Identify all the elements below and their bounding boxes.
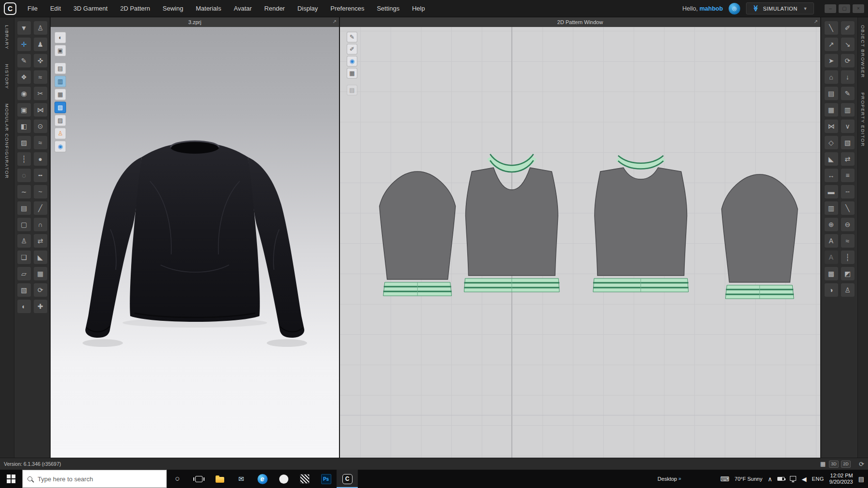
arrow-se-icon[interactable]: ↘ bbox=[841, 38, 854, 51]
show-grain-icon[interactable]: ◉ bbox=[347, 56, 357, 66]
clo-button[interactable]: C bbox=[337, 470, 358, 488]
mode-3d-button[interactable]: 3D bbox=[829, 461, 839, 468]
menu-display[interactable]: Display bbox=[291, 0, 325, 17]
trace-pattern-icon[interactable]: ◣ bbox=[825, 152, 838, 166]
battery-icon[interactable] bbox=[777, 477, 785, 481]
walk-pattern-icon[interactable]: ↔ bbox=[825, 169, 838, 182]
file-explorer-button[interactable] bbox=[209, 470, 231, 488]
piping-tool-icon[interactable]: ∩ bbox=[34, 218, 47, 231]
zoom-out-icon[interactable]: ⊖ bbox=[841, 218, 854, 231]
show-baseline-icon[interactable]: ▤ bbox=[347, 85, 357, 95]
diagonal-guide-icon[interactable]: ╲ bbox=[841, 201, 854, 215]
viewport-3d-canvas[interactable]: ◐▣▤▥▦▧▨♙◉ bbox=[51, 27, 339, 458]
colorway-edit-icon[interactable]: ◑ bbox=[825, 283, 838, 297]
buttonhole-tool-icon[interactable]: ◌ bbox=[17, 169, 31, 182]
menu-3d-garment[interactable]: 3D Garment bbox=[67, 0, 114, 17]
snapshot-tool-icon[interactable]: ◉ bbox=[17, 87, 31, 100]
taskbar-search[interactable] bbox=[22, 470, 167, 488]
text-style-icon[interactable]: A bbox=[825, 251, 838, 264]
arrow-ne-icon[interactable]: ↗ bbox=[825, 38, 838, 51]
mirror-pattern-icon[interactable]: ⇄ bbox=[841, 152, 854, 166]
pin-tool-icon[interactable]: ✜ bbox=[34, 54, 47, 67]
sync-icon[interactable]: ⟳ bbox=[859, 461, 864, 468]
tab-history[interactable]: HISTORY bbox=[4, 64, 10, 89]
rotate-pattern-icon[interactable]: ⟳ bbox=[841, 54, 854, 67]
menu-render[interactable]: Render bbox=[258, 0, 291, 17]
edge-button[interactable]: e bbox=[252, 470, 273, 488]
import-icon[interactable]: ↓ bbox=[841, 70, 854, 84]
show-environment-icon[interactable]: ◉ bbox=[54, 141, 66, 152]
layer-clone-icon[interactable]: ❏ bbox=[17, 251, 31, 264]
drop-arrow-icon[interactable]: ▼ bbox=[17, 21, 31, 35]
smooth-brush-icon[interactable]: ◐ bbox=[17, 300, 31, 313]
export-icon[interactable]: ⌂ bbox=[825, 70, 838, 84]
popout-icon[interactable]: ↗ bbox=[814, 19, 818, 24]
dart-icon[interactable]: ◇ bbox=[825, 136, 838, 149]
show-textile-icon[interactable]: ▧ bbox=[54, 102, 66, 113]
pattern-piece-body-back[interactable] bbox=[593, 156, 689, 292]
tack-tool-icon[interactable]: ⊙ bbox=[34, 119, 47, 133]
weather-widget[interactable]: 70°F Sunny bbox=[734, 476, 762, 482]
column-guide-icon[interactable]: ▥ bbox=[825, 201, 838, 215]
desktop-toolbar[interactable]: Desktop » bbox=[658, 476, 681, 482]
menu-preferences[interactable]: Preferences bbox=[324, 0, 370, 17]
garment-tool-icon[interactable]: ▣ bbox=[17, 103, 31, 117]
menu-avatar[interactable]: Avatar bbox=[228, 0, 258, 17]
touch-keyboard-icon[interactable]: ⌨ bbox=[720, 475, 730, 483]
pattern-piece-sleeve-right[interactable] bbox=[721, 174, 798, 299]
hidden-icons-chevron-icon[interactable]: ∧ bbox=[768, 475, 773, 483]
garment-fitmap-icon[interactable]: ▥ bbox=[54, 76, 66, 87]
clock[interactable]: 12:02 PM 9/20/2023 bbox=[829, 473, 853, 485]
wrinkle-tool-icon[interactable]: ▨ bbox=[17, 136, 31, 149]
menu-materials[interactable]: Materials bbox=[190, 0, 228, 17]
clo-logo-icon[interactable]: C bbox=[4, 2, 16, 15]
sewing-tool-icon[interactable]: ⋈ bbox=[34, 103, 47, 117]
avatar-scale-icon[interactable]: ♙ bbox=[841, 283, 854, 297]
edit-pattern-icon[interactable]: ✎ bbox=[347, 32, 357, 42]
avatar-joint-icon[interactable]: ♟ bbox=[34, 38, 47, 51]
move-gizmo-icon[interactable]: ✛ bbox=[17, 38, 31, 51]
tab-modular-configurator[interactable]: MODULAR CONFIGURATOR bbox=[4, 104, 10, 179]
steam-tool-icon[interactable]: ≈ bbox=[34, 136, 47, 149]
notch-icon[interactable]: ∨ bbox=[841, 119, 854, 133]
avatar-tape-icon[interactable]: ⇄ bbox=[34, 234, 47, 248]
ruler-icon[interactable]: ▬ bbox=[825, 185, 838, 198]
zigzag-stitch-icon[interactable]: ≈ bbox=[841, 234, 854, 248]
garment-texture-icon[interactable]: ▣ bbox=[54, 45, 66, 56]
flatten-tool-icon[interactable]: ▱ bbox=[17, 267, 31, 280]
menu-settings[interactable]: Settings bbox=[370, 0, 406, 17]
puckering-tool-icon[interactable]: ~ bbox=[34, 185, 47, 198]
mode-2d-button[interactable]: 2D bbox=[841, 461, 851, 468]
shirring-tool-icon[interactable]: ∼ bbox=[17, 185, 31, 198]
pen-tool-icon[interactable]: ✎ bbox=[17, 54, 31, 67]
measure-tool-icon[interactable]: ≈ bbox=[34, 70, 47, 84]
basting-icon[interactable]: ┆ bbox=[841, 251, 854, 264]
zipper-tool-icon[interactable]: ┆ bbox=[17, 152, 31, 166]
closet-connect-icon[interactable]: ◎ bbox=[729, 3, 740, 14]
freeze-brush-icon[interactable]: ✚ bbox=[34, 300, 47, 313]
simulation-dropdown[interactable]: ≫ SIMULATION ▼ bbox=[746, 2, 814, 14]
action-center-icon[interactable]: ▤ bbox=[858, 475, 864, 483]
garment-strain-icon[interactable]: ▦ bbox=[54, 89, 66, 100]
tab-library[interactable]: LIBRARY bbox=[4, 25, 10, 50]
text-tool-icon[interactable]: A bbox=[825, 234, 838, 248]
avatar-pose-icon[interactable]: ♙ bbox=[34, 21, 47, 35]
zoom-in-icon[interactable]: ⊕ bbox=[825, 218, 838, 231]
xbox-button[interactable] bbox=[273, 470, 294, 488]
design-app-button[interactable] bbox=[294, 470, 315, 488]
pen-slash-icon[interactable]: ╲ bbox=[825, 21, 838, 35]
layout-icon[interactable]: ▦ bbox=[820, 461, 826, 467]
grade-icon[interactable]: ▤ bbox=[825, 87, 838, 100]
fitting-tool-icon[interactable]: ♙ bbox=[17, 234, 31, 248]
hatch-fill-icon[interactable]: ▩ bbox=[825, 267, 838, 280]
topstitch-tool-icon[interactable]: ╍ bbox=[34, 169, 47, 182]
menu-edit[interactable]: Edit bbox=[44, 0, 67, 17]
panel-title-3d[interactable]: 3.zprj ↗ bbox=[51, 17, 339, 27]
network-icon[interactable] bbox=[790, 476, 796, 481]
button-tool-icon[interactable]: ● bbox=[34, 152, 47, 166]
cortana-button[interactable]: ○ bbox=[167, 470, 188, 488]
menu-file[interactable]: File bbox=[21, 0, 44, 17]
garment-3d-render[interactable] bbox=[51, 27, 339, 458]
username-link[interactable]: mahbob bbox=[699, 5, 723, 12]
search-input[interactable] bbox=[37, 475, 162, 483]
